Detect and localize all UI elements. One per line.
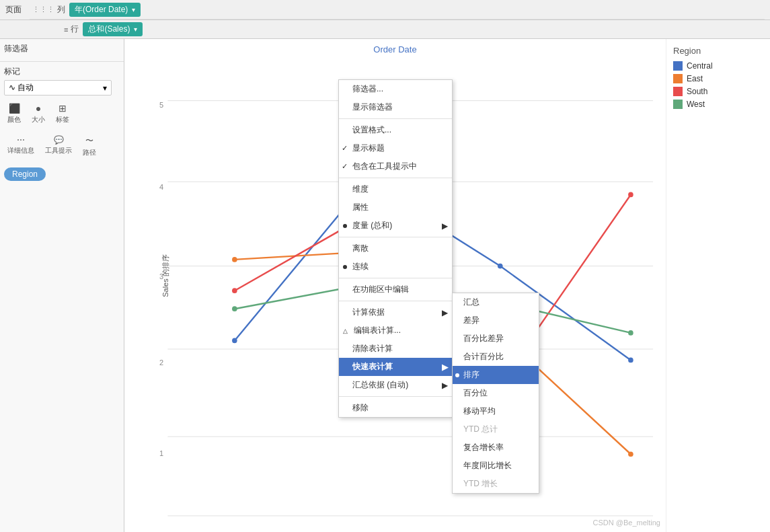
legend-color-east (673, 74, 683, 83)
size-button[interactable]: ● 大小 (28, 100, 48, 128)
rows-pill[interactable]: 总和(Sales) ▾ (83, 22, 143, 36)
size-label: 大小 (32, 115, 45, 124)
menu-item-tooltip[interactable]: ✓包含在工具提示中 (339, 157, 452, 176)
dot-icon-2 (343, 265, 347, 269)
menu-separator-4 (339, 278, 452, 278)
legend-title: Region (673, 46, 763, 56)
menu-separator-1 (339, 118, 452, 119)
marks-dropdown-label: ∿ 自动 (9, 82, 103, 93)
svg-point-10 (232, 257, 237, 262)
menu-item-show-filter[interactable]: 显示筛选器 (339, 98, 452, 116)
triangle-icon: △ (343, 328, 348, 334)
menu-item-edit-table-calc[interactable]: △编辑表计算... (339, 321, 452, 340)
legend-label-south: South (687, 87, 707, 96)
submenu-item-diff[interactable]: 差异 (453, 311, 539, 330)
columns-pill-label: 年(Order Date) (75, 4, 128, 15)
menu-item-show-title[interactable]: ✓显示标题 (339, 139, 452, 157)
menu-item-remove[interactable]: 移除 (339, 399, 452, 417)
label-label: 标签 (56, 115, 69, 124)
menu-item-edit-shelf[interactable]: 在功能区中编辑 (339, 280, 452, 299)
svg-point-18 (232, 306, 237, 311)
path-button[interactable]: 〜 路径 (79, 132, 100, 161)
rows-pill-label: 总和(Sales) (88, 24, 130, 35)
submenu-item-moving-avg[interactable]: 移动平均 (453, 402, 539, 420)
legend-label-east: East (687, 74, 703, 83)
menu-separator-6 (339, 396, 452, 397)
arrow-icon: ▶ (442, 221, 448, 231)
svg-point-17 (628, 192, 633, 198)
legend-label-west: West (687, 100, 705, 109)
legend-item-east: East (673, 74, 763, 83)
watermark: CSDN @Be_melting (593, 519, 660, 527)
columns-icon: ⋮⋮⋮ (32, 5, 54, 14)
marks-dropdown-arrow: ▾ (103, 83, 107, 93)
menu-item-quick-table-calc[interactable]: 快速表计算▶ (339, 358, 452, 376)
menu-item-compute-by[interactable]: 计算依据▶ (339, 303, 452, 321)
context-menu: 筛选器... 显示筛选器 设置格式... ✓显示标题 ✓包含在工具提示中 维度 … (338, 79, 453, 418)
arrow-icon-2: ▶ (442, 308, 448, 317)
legend-item-west: West (673, 100, 763, 109)
columns-pill[interactable]: 年(Order Date) ▾ (69, 3, 141, 17)
submenu-item-percentile[interactable]: 百分位 (453, 384, 539, 402)
columns-label: 列 (57, 4, 65, 15)
path-icon: 〜 (85, 135, 93, 147)
svg-point-8 (498, 264, 503, 269)
submenu-item-sum[interactable]: 汇总 (453, 293, 539, 311)
arrow-icon-4: ▶ (442, 381, 448, 390)
menu-item-aggregate-by[interactable]: 汇总依据 (自动)▶ (339, 376, 452, 394)
submenu-item-compound-growth[interactable]: 复合增长率 (453, 439, 539, 457)
menu-item-format[interactable]: 设置格式... (339, 121, 452, 139)
color-label: 颜色 (7, 115, 21, 124)
region-pill[interactable]: Region (4, 167, 46, 181)
marks-title: 标记 (4, 66, 120, 77)
legend-label-central: Central (687, 61, 713, 71)
pages-label: 页面 (5, 4, 22, 15)
legend-item-south: South (673, 87, 763, 96)
tooltip-label: 工具提示 (45, 146, 72, 155)
marks-dropdown[interactable]: ∿ 自动 ▾ (4, 80, 112, 96)
region-pill-label: Region (12, 169, 38, 179)
legend-color-central (673, 61, 683, 71)
color-button[interactable]: ⬛ 颜色 (4, 100, 24, 128)
detail-label: 详细信息 (7, 146, 34, 155)
menu-separator-2 (339, 178, 452, 178)
menu-separator-5 (339, 301, 452, 301)
rows-label: 行 (71, 24, 79, 35)
submenu-dot-icon (455, 373, 459, 377)
legend-item-central: Central (673, 61, 763, 71)
check-icon-2: ✓ (342, 162, 348, 171)
menu-item-filter[interactable]: 筛选器... (339, 80, 452, 98)
rows-icon: ≡ (64, 26, 68, 34)
menu-item-clear-table-calc[interactable]: 清除表计算 (339, 340, 452, 358)
submenu-item-pct-diff[interactable]: 百分比差异 (453, 330, 539, 348)
menu-item-continuous[interactable]: 连续 (339, 258, 452, 276)
menu-item-discrete[interactable]: 离散 (339, 239, 452, 258)
rows-pill-dropdown-icon: ▾ (134, 26, 137, 33)
submenu-quick-table-calc: 汇总 差异 百分比差异 合计百分比 排序 百分位 移动平均 YTD 总计 复合增… (452, 293, 539, 494)
legend-color-west (673, 100, 683, 109)
svg-point-9 (628, 358, 633, 363)
submenu-item-rank[interactable]: 排序 (453, 366, 539, 384)
dot-icon (343, 224, 347, 228)
menu-item-dimension[interactable]: 维度 (339, 180, 452, 198)
size-icon: ● (36, 103, 41, 114)
menu-separator-3 (339, 237, 452, 237)
tooltip-button[interactable]: 💬 工具提示 (42, 132, 75, 161)
label-button[interactable]: ⊞ 标签 (52, 100, 73, 128)
menu-item-measure[interactable]: 度量 (总和)▶ (339, 217, 452, 235)
menu-item-attribute[interactable]: 属性 (339, 198, 452, 217)
detail-button[interactable]: ⋯ 详细信息 (4, 132, 38, 161)
filter-title: 筛选器 (4, 43, 120, 54)
submenu-item-ytd-total[interactable]: YTD 总计 (453, 420, 539, 439)
svg-point-6 (232, 338, 237, 344)
submenu-item-yoy-growth[interactable]: 年度同比增长 (453, 457, 539, 475)
legend-panel: Region Central East South West (666, 39, 770, 532)
legend-color-south (673, 87, 683, 96)
svg-point-14 (232, 288, 237, 293)
svg-point-21 (628, 330, 633, 336)
detail-icon: ⋯ (17, 135, 25, 145)
path-label: 路径 (83, 148, 96, 157)
columns-pill-dropdown-icon: ▾ (132, 6, 135, 13)
submenu-item-pct-total[interactable]: 合计百分比 (453, 348, 539, 366)
submenu-item-ytd-growth[interactable]: YTD 增长 (453, 475, 539, 493)
